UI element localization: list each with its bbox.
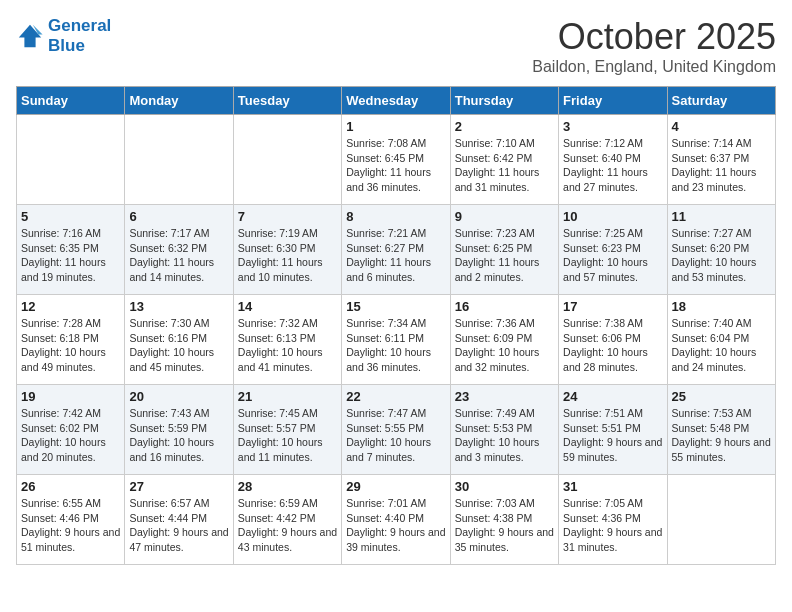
calendar-cell: 14Sunrise: 7:32 AMSunset: 6:13 PMDayligh…	[233, 295, 341, 385]
day-number: 4	[672, 119, 771, 134]
day-number: 29	[346, 479, 445, 494]
day-info: Sunrise: 7:38 AMSunset: 6:06 PMDaylight:…	[563, 316, 662, 375]
day-number: 13	[129, 299, 228, 314]
day-number: 26	[21, 479, 120, 494]
calendar-cell: 22Sunrise: 7:47 AMSunset: 5:55 PMDayligh…	[342, 385, 450, 475]
day-number: 2	[455, 119, 554, 134]
day-info: Sunrise: 7:43 AMSunset: 5:59 PMDaylight:…	[129, 406, 228, 465]
logo: General Blue	[16, 16, 111, 56]
calendar-cell: 25Sunrise: 7:53 AMSunset: 5:48 PMDayligh…	[667, 385, 775, 475]
day-info: Sunrise: 7:19 AMSunset: 6:30 PMDaylight:…	[238, 226, 337, 285]
day-number: 27	[129, 479, 228, 494]
weekday-header-row: SundayMondayTuesdayWednesdayThursdayFrid…	[17, 87, 776, 115]
calendar-cell: 9Sunrise: 7:23 AMSunset: 6:25 PMDaylight…	[450, 205, 558, 295]
day-number: 31	[563, 479, 662, 494]
calendar-cell: 5Sunrise: 7:16 AMSunset: 6:35 PMDaylight…	[17, 205, 125, 295]
calendar-cell: 3Sunrise: 7:12 AMSunset: 6:40 PMDaylight…	[559, 115, 667, 205]
day-info: Sunrise: 7:01 AMSunset: 4:40 PMDaylight:…	[346, 496, 445, 555]
calendar-cell: 29Sunrise: 7:01 AMSunset: 4:40 PMDayligh…	[342, 475, 450, 565]
calendar-cell: 13Sunrise: 7:30 AMSunset: 6:16 PMDayligh…	[125, 295, 233, 385]
day-info: Sunrise: 7:17 AMSunset: 6:32 PMDaylight:…	[129, 226, 228, 285]
calendar-cell: 30Sunrise: 7:03 AMSunset: 4:38 PMDayligh…	[450, 475, 558, 565]
day-info: Sunrise: 7:51 AMSunset: 5:51 PMDaylight:…	[563, 406, 662, 465]
calendar-cell: 23Sunrise: 7:49 AMSunset: 5:53 PMDayligh…	[450, 385, 558, 475]
day-number: 6	[129, 209, 228, 224]
day-number: 30	[455, 479, 554, 494]
calendar-cell: 20Sunrise: 7:43 AMSunset: 5:59 PMDayligh…	[125, 385, 233, 475]
calendar-cell: 21Sunrise: 7:45 AMSunset: 5:57 PMDayligh…	[233, 385, 341, 475]
calendar-cell: 31Sunrise: 7:05 AMSunset: 4:36 PMDayligh…	[559, 475, 667, 565]
week-row-5: 26Sunrise: 6:55 AMSunset: 4:46 PMDayligh…	[17, 475, 776, 565]
day-info: Sunrise: 6:55 AMSunset: 4:46 PMDaylight:…	[21, 496, 120, 555]
day-number: 5	[21, 209, 120, 224]
calendar-cell: 6Sunrise: 7:17 AMSunset: 6:32 PMDaylight…	[125, 205, 233, 295]
day-info: Sunrise: 7:16 AMSunset: 6:35 PMDaylight:…	[21, 226, 120, 285]
day-info: Sunrise: 7:27 AMSunset: 6:20 PMDaylight:…	[672, 226, 771, 285]
calendar-cell: 7Sunrise: 7:19 AMSunset: 6:30 PMDaylight…	[233, 205, 341, 295]
day-info: Sunrise: 7:47 AMSunset: 5:55 PMDaylight:…	[346, 406, 445, 465]
day-number: 11	[672, 209, 771, 224]
calendar-cell: 15Sunrise: 7:34 AMSunset: 6:11 PMDayligh…	[342, 295, 450, 385]
calendar-cell: 24Sunrise: 7:51 AMSunset: 5:51 PMDayligh…	[559, 385, 667, 475]
day-info: Sunrise: 7:03 AMSunset: 4:38 PMDaylight:…	[455, 496, 554, 555]
day-info: Sunrise: 7:28 AMSunset: 6:18 PMDaylight:…	[21, 316, 120, 375]
weekday-header-saturday: Saturday	[667, 87, 775, 115]
day-number: 18	[672, 299, 771, 314]
calendar-cell: 28Sunrise: 6:59 AMSunset: 4:42 PMDayligh…	[233, 475, 341, 565]
calendar-table: SundayMondayTuesdayWednesdayThursdayFrid…	[16, 86, 776, 565]
calendar-cell: 16Sunrise: 7:36 AMSunset: 6:09 PMDayligh…	[450, 295, 558, 385]
day-number: 22	[346, 389, 445, 404]
day-number: 1	[346, 119, 445, 134]
day-info: Sunrise: 7:40 AMSunset: 6:04 PMDaylight:…	[672, 316, 771, 375]
day-info: Sunrise: 7:34 AMSunset: 6:11 PMDaylight:…	[346, 316, 445, 375]
day-info: Sunrise: 7:49 AMSunset: 5:53 PMDaylight:…	[455, 406, 554, 465]
day-number: 28	[238, 479, 337, 494]
title-area: October 2025 Baildon, England, United Ki…	[532, 16, 776, 76]
weekday-header-friday: Friday	[559, 87, 667, 115]
month-title: October 2025	[532, 16, 776, 58]
calendar-cell: 8Sunrise: 7:21 AMSunset: 6:27 PMDaylight…	[342, 205, 450, 295]
calendar-cell: 19Sunrise: 7:42 AMSunset: 6:02 PMDayligh…	[17, 385, 125, 475]
day-info: Sunrise: 6:59 AMSunset: 4:42 PMDaylight:…	[238, 496, 337, 555]
day-number: 25	[672, 389, 771, 404]
calendar-cell: 26Sunrise: 6:55 AMSunset: 4:46 PMDayligh…	[17, 475, 125, 565]
calendar-cell: 11Sunrise: 7:27 AMSunset: 6:20 PMDayligh…	[667, 205, 775, 295]
calendar-cell	[17, 115, 125, 205]
day-number: 21	[238, 389, 337, 404]
day-info: Sunrise: 7:30 AMSunset: 6:16 PMDaylight:…	[129, 316, 228, 375]
calendar-cell: 27Sunrise: 6:57 AMSunset: 4:44 PMDayligh…	[125, 475, 233, 565]
calendar-cell: 2Sunrise: 7:10 AMSunset: 6:42 PMDaylight…	[450, 115, 558, 205]
day-info: Sunrise: 7:10 AMSunset: 6:42 PMDaylight:…	[455, 136, 554, 195]
calendar-cell: 1Sunrise: 7:08 AMSunset: 6:45 PMDaylight…	[342, 115, 450, 205]
day-info: Sunrise: 7:53 AMSunset: 5:48 PMDaylight:…	[672, 406, 771, 465]
week-row-1: 1Sunrise: 7:08 AMSunset: 6:45 PMDaylight…	[17, 115, 776, 205]
calendar-cell: 18Sunrise: 7:40 AMSunset: 6:04 PMDayligh…	[667, 295, 775, 385]
logo-icon	[16, 22, 44, 50]
weekday-header-monday: Monday	[125, 87, 233, 115]
day-info: Sunrise: 7:32 AMSunset: 6:13 PMDaylight:…	[238, 316, 337, 375]
day-info: Sunrise: 7:42 AMSunset: 6:02 PMDaylight:…	[21, 406, 120, 465]
day-info: Sunrise: 7:08 AMSunset: 6:45 PMDaylight:…	[346, 136, 445, 195]
day-number: 24	[563, 389, 662, 404]
day-number: 23	[455, 389, 554, 404]
day-number: 3	[563, 119, 662, 134]
day-number: 8	[346, 209, 445, 224]
week-row-4: 19Sunrise: 7:42 AMSunset: 6:02 PMDayligh…	[17, 385, 776, 475]
day-number: 9	[455, 209, 554, 224]
day-number: 15	[346, 299, 445, 314]
calendar-cell: 10Sunrise: 7:25 AMSunset: 6:23 PMDayligh…	[559, 205, 667, 295]
location-title: Baildon, England, United Kingdom	[532, 58, 776, 76]
day-info: Sunrise: 7:12 AMSunset: 6:40 PMDaylight:…	[563, 136, 662, 195]
weekday-header-sunday: Sunday	[17, 87, 125, 115]
calendar-cell: 17Sunrise: 7:38 AMSunset: 6:06 PMDayligh…	[559, 295, 667, 385]
day-info: Sunrise: 7:14 AMSunset: 6:37 PMDaylight:…	[672, 136, 771, 195]
day-number: 7	[238, 209, 337, 224]
day-number: 20	[129, 389, 228, 404]
calendar-cell	[125, 115, 233, 205]
day-number: 10	[563, 209, 662, 224]
day-info: Sunrise: 7:36 AMSunset: 6:09 PMDaylight:…	[455, 316, 554, 375]
weekday-header-wednesday: Wednesday	[342, 87, 450, 115]
day-info: Sunrise: 7:05 AMSunset: 4:36 PMDaylight:…	[563, 496, 662, 555]
day-number: 19	[21, 389, 120, 404]
day-number: 12	[21, 299, 120, 314]
